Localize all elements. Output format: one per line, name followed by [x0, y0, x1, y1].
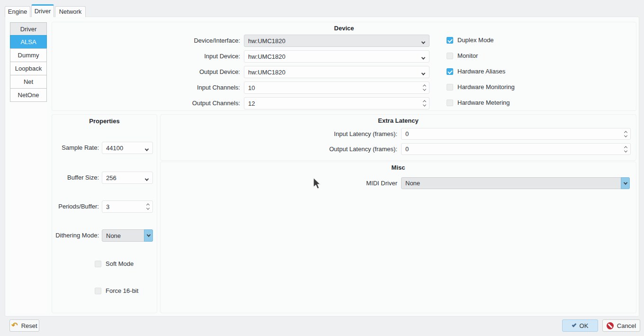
input-device-combo[interactable]: hw:UMC1820	[244, 50, 429, 63]
spinner-arrows-icon[interactable]	[423, 98, 426, 109]
checkbox-icon[interactable]	[447, 37, 453, 44]
chevron-down-icon[interactable]	[621, 177, 630, 189]
input-device-label: Input Device:	[52, 50, 244, 63]
driver-list-header: Driver	[10, 22, 47, 36]
output-latency-spinbox[interactable]: 0	[401, 143, 631, 155]
misc-group-title: Misc	[161, 164, 636, 171]
reset-button[interactable]: ↶ Reset	[9, 319, 39, 332]
hardware-metering-checkbox[interactable]: Hardware Metering	[447, 100, 515, 106]
mouse-cursor	[313, 177, 322, 191]
buffer-size-combo[interactable]: 256	[102, 172, 153, 184]
output-device-label: Output Device:	[52, 66, 244, 78]
sample-rate-combo[interactable]: 44100	[102, 142, 153, 154]
soft-mode-checkbox[interactable]: Soft Mode	[95, 261, 134, 267]
sample-rate-label: Sample Rate:	[52, 142, 102, 154]
periods-buffer-label: Periods/Buffer:	[52, 200, 102, 213]
spinner-arrows-icon[interactable]	[625, 144, 627, 154]
input-latency-label: Input Latency (frames):	[161, 128, 401, 140]
midi-driver-label: MIDI Driver	[161, 177, 401, 189]
driver-tab-page: Driver ALSA Dummy Loopback Net NetOne De…	[5, 17, 639, 317]
ok-button[interactable]: OK	[562, 319, 598, 332]
periods-buffer-spinbox[interactable]: 3	[102, 200, 153, 213]
extra-latency-group: Extra Latency Input Latency (frames): 0 …	[160, 114, 636, 161]
device-group-title: Device	[52, 25, 636, 32]
checkbox-icon[interactable]	[95, 261, 101, 267]
hardware-aliases-checkbox[interactable]: Hardware Aliases	[447, 68, 515, 75]
chevron-down-icon[interactable]	[144, 229, 153, 242]
device-interface-label: Device/Interface:	[52, 35, 244, 47]
properties-group-title: Properties	[52, 118, 157, 125]
device-group: Device Device/Interface: hw:UMC1820 Inpu…	[52, 22, 636, 111]
spinner-arrows-icon[interactable]	[625, 128, 627, 139]
device-interface-combo[interactable]: hw:UMC1820	[244, 35, 429, 47]
driver-item-loopback[interactable]: Loopback	[10, 62, 47, 75]
cancel-button[interactable]: Cancel	[602, 319, 640, 332]
input-channels-spinbox[interactable]: 10	[244, 82, 429, 94]
tab-network[interactable]: Network	[55, 6, 86, 17]
undo-icon: ↶	[11, 322, 18, 329]
output-channels-label: Output Channels:	[52, 97, 244, 109]
output-channels-spinbox[interactable]: 12	[244, 97, 429, 109]
driver-item-net[interactable]: Net	[10, 75, 47, 89]
checkbox-icon[interactable]	[447, 53, 453, 59]
monitor-checkbox[interactable]: Monitor	[447, 53, 515, 59]
no-entry-icon	[607, 322, 614, 329]
chevron-down-icon	[422, 70, 425, 77]
dithering-mode-label: Dithering Mode:	[52, 229, 102, 242]
dithering-mode-combo[interactable]: None	[102, 229, 153, 242]
checkbox-icon[interactable]	[447, 84, 453, 91]
chevron-down-icon	[422, 54, 425, 61]
tab-driver[interactable]: Driver	[31, 4, 54, 17]
midi-driver-combo[interactable]: None	[401, 177, 630, 189]
input-channels-label: Input Channels:	[52, 82, 244, 94]
extra-latency-group-title: Extra Latency	[161, 117, 636, 124]
checkbox-icon[interactable]	[447, 68, 453, 75]
check-icon	[572, 322, 576, 327]
checkbox-icon[interactable]	[447, 100, 453, 106]
misc-group: Misc MIDI Driver None	[160, 162, 636, 313]
force-16bit-checkbox[interactable]: Force 16-bit	[95, 288, 138, 294]
properties-group: Properties Sample Rate: 44100 Buffer Siz…	[52, 114, 157, 313]
checkbox-icon[interactable]	[95, 288, 101, 294]
driver-item-netone[interactable]: NetOne	[10, 88, 47, 102]
driver-item-dummy[interactable]: Dummy	[10, 48, 47, 62]
spinner-arrows-icon[interactable]	[423, 82, 426, 93]
duplex-mode-checkbox[interactable]: Duplex Mode	[447, 37, 515, 44]
tab-engine[interactable]: Engine	[5, 6, 30, 17]
hardware-monitoring-checkbox[interactable]: Hardware Monitoring	[447, 84, 515, 91]
output-device-combo[interactable]: hw:UMC1820	[244, 66, 429, 78]
spinner-arrows-icon[interactable]	[147, 201, 149, 212]
output-latency-label: Output Latency (frames):	[161, 143, 401, 155]
driver-list: Driver ALSA Dummy Loopback Net NetOne	[10, 22, 47, 313]
chevron-down-icon	[145, 145, 148, 153]
driver-item-alsa[interactable]: ALSA	[10, 35, 47, 49]
buffer-size-label: Buffer Size:	[52, 172, 102, 184]
chevron-down-icon	[422, 38, 425, 45]
chevron-down-icon	[145, 175, 148, 182]
input-latency-spinbox[interactable]: 0	[401, 128, 631, 140]
